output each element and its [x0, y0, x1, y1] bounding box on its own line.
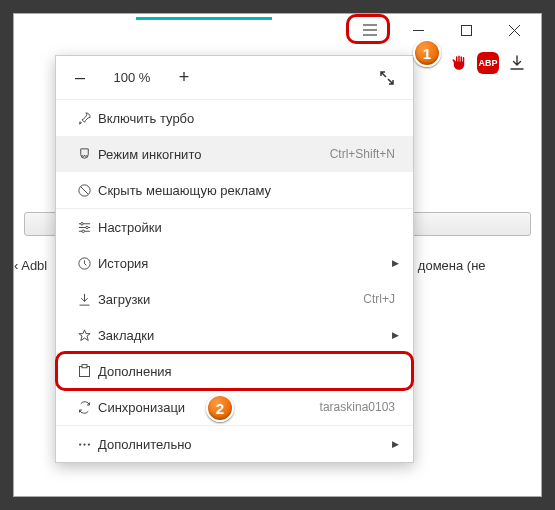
rocket-icon: [70, 111, 98, 126]
incognito-icon: [70, 147, 98, 162]
close-button[interactable]: [491, 15, 537, 45]
zoom-in-button[interactable]: +: [174, 67, 194, 88]
ellipsis-icon: [70, 437, 98, 452]
svg-point-2: [80, 222, 83, 225]
close-icon: [509, 25, 520, 36]
fullscreen-button[interactable]: [375, 66, 399, 90]
menu-shortcut: Ctrl+J: [363, 292, 395, 306]
menu-shortcut: Ctrl+Shift+N: [330, 147, 395, 161]
callout-ring-1: [346, 14, 390, 44]
chevron-right-icon: ▶: [392, 330, 399, 340]
chevron-right-icon: ▶: [392, 258, 399, 268]
menu-item-history[interactable]: История ▶: [56, 245, 413, 281]
star-icon: [70, 328, 98, 343]
callout-badge-2: 2: [206, 394, 234, 422]
menu-label: Загрузки: [98, 292, 363, 307]
hamburger-menu-button[interactable]: [347, 15, 393, 45]
zoom-out-button[interactable]: –: [70, 67, 90, 88]
download-icon: [509, 55, 525, 71]
download-icon: [70, 292, 98, 307]
menu-item-bookmarks[interactable]: Закладки ▶: [56, 317, 413, 353]
menu-item-settings[interactable]: Настройки: [56, 209, 413, 245]
menu-item-downloads[interactable]: Загрузки Ctrl+J: [56, 281, 413, 317]
svg-point-3: [85, 226, 88, 229]
zoom-row: – 100 % +: [56, 56, 413, 100]
svg-point-10: [87, 443, 89, 445]
history-icon: [70, 256, 98, 271]
zoom-value: 100 %: [104, 70, 160, 85]
svg-rect-0: [461, 25, 471, 35]
sync-username: taraskina0103: [320, 400, 395, 414]
active-tab-indicator: [136, 17, 272, 20]
menu-label: Скрыть мешающую рекламу: [98, 183, 399, 198]
menu-item-incognito[interactable]: Режим инкогнито Ctrl+Shift+N: [56, 136, 413, 172]
page-text-right: е домена (не: [407, 258, 486, 273]
menu-label: Дополнения: [98, 364, 399, 379]
download-indicator[interactable]: [505, 51, 529, 75]
maximize-icon: [461, 25, 472, 36]
hand-stop-icon[interactable]: [447, 51, 471, 75]
svg-point-9: [83, 443, 85, 445]
svg-rect-7: [82, 364, 87, 367]
browser-window: ABP ‹ Adbl е домена (не – 100 % + Включи…: [13, 13, 542, 497]
menu-label: Закладки: [98, 328, 392, 343]
sliders-icon: [70, 220, 98, 235]
chevron-right-icon: ▶: [392, 439, 399, 449]
abp-badge[interactable]: ABP: [477, 52, 499, 74]
fullscreen-icon: [380, 71, 394, 85]
menu-label: Режим инкогнито: [98, 147, 330, 162]
menu-item-turbo[interactable]: Включить турбо: [56, 100, 413, 136]
addon-icon: [70, 364, 98, 379]
menu-item-addons[interactable]: Дополнения: [56, 353, 413, 389]
block-icon: [70, 183, 98, 198]
menu-label: Включить турбо: [98, 111, 399, 126]
window-titlebar: [14, 14, 541, 46]
hand-icon: [450, 54, 468, 72]
menu-label: Дополнительно: [98, 437, 392, 452]
page-text-left: ‹ Adbl: [14, 258, 47, 273]
menu-label: История: [98, 256, 392, 271]
minimize-icon: [413, 25, 424, 36]
callout-badge-1: 1: [413, 39, 441, 67]
svg-point-8: [79, 443, 81, 445]
svg-point-4: [82, 230, 85, 233]
menu-item-sync[interactable]: Синхронизаци taraskina0103: [56, 389, 413, 425]
menu-item-more[interactable]: Дополнительно ▶: [56, 426, 413, 462]
main-menu-dropdown: – 100 % + Включить турбо Режим инкогнито…: [55, 55, 414, 463]
maximize-button[interactable]: [443, 15, 489, 45]
sync-icon: [70, 400, 98, 415]
menu-label: Настройки: [98, 220, 399, 235]
menu-item-hide-ads[interactable]: Скрыть мешающую рекламу: [56, 172, 413, 208]
